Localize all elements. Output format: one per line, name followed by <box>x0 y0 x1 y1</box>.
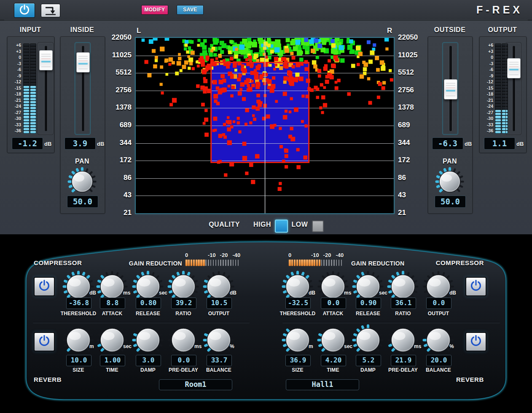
reverb-right-knob-pre-delay[interactable] <box>387 324 419 356</box>
reverb-left-value-damp[interactable]: 3.0 <box>136 355 161 366</box>
reverb-left-value-balance[interactable]: 33.7 <box>207 355 232 366</box>
reverb-left-knob-time[interactable] <box>96 324 128 356</box>
route-button[interactable] <box>41 4 60 17</box>
meter-segment <box>30 44 36 46</box>
reverb-right-knob-damp[interactable] <box>352 324 384 356</box>
meter-segment <box>30 62 36 64</box>
gr-bar <box>193 260 195 266</box>
reverb-left-knob-size[interactable] <box>62 324 94 356</box>
power-button[interactable] <box>14 3 35 18</box>
output-meter-left <box>495 43 501 134</box>
save-button[interactable]: SAVE <box>177 5 204 15</box>
reverb-right-power-button[interactable] <box>465 332 486 351</box>
outside-fader-cap[interactable] <box>444 79 457 99</box>
reverb-left-preset[interactable]: Room1 <box>159 379 232 390</box>
compressor-right-value-release[interactable]: 0.90 <box>356 298 381 309</box>
reverb-right-knob-time[interactable] <box>317 324 349 356</box>
reverb-right-value-damp[interactable]: 5.2 <box>356 355 381 366</box>
meter-segment <box>495 104 501 106</box>
meter-scale-label: -6 <box>480 67 493 72</box>
reverb-left-value-time[interactable]: 1.00 <box>100 355 125 366</box>
reverb-left-value-size[interactable]: 10.0 <box>66 355 91 366</box>
meter-scale-label: -12 <box>480 80 493 84</box>
reverb-right-knob-balance[interactable] <box>422 324 454 356</box>
gr-bar <box>218 260 219 266</box>
knob-label: ATTACK <box>92 311 132 316</box>
meter-segment <box>30 74 36 76</box>
reverb-right-knob-size[interactable] <box>282 324 314 356</box>
gain-reduction-right-label: GAIN REDUCTION <box>351 260 419 267</box>
freq-label-right: 5512 <box>398 68 424 77</box>
knob-label: RATIO <box>383 311 423 316</box>
reverb-left-power-button[interactable] <box>34 332 55 351</box>
meter-segment <box>30 83 36 85</box>
meter-scale-label: -6 <box>8 67 21 72</box>
gr-scale-label: -10 <box>208 252 216 258</box>
compressor-right-value-thereshold[interactable]: -32.5 <box>285 298 311 309</box>
frex-plugin-window: MODIFY SAVE F-REX INPUT +6+30-3-6-9-12-1… <box>0 0 532 413</box>
knob-unit: % <box>230 343 234 349</box>
compressor-left-value-ratio[interactable]: 39.2 <box>171 298 196 309</box>
knob-label: BALANCE <box>199 367 239 373</box>
compressor-right-value-output[interactable]: 0.0 <box>426 298 451 309</box>
outside-pan-value[interactable]: 50.0 <box>435 196 466 208</box>
inside-fader-cap[interactable] <box>76 52 90 72</box>
reverb-right-value-size[interactable]: 36.9 <box>285 355 311 366</box>
knob-unit: ms <box>194 343 202 349</box>
gr-bar <box>191 260 193 266</box>
reverb-right-value-balance[interactable]: 20.0 <box>426 355 451 366</box>
knob-label: PRE-DELAY <box>163 367 204 373</box>
output-meter-scale: +6+30-3-6-9-12-15-18-21-24-27-30-33-36 <box>480 43 493 133</box>
meter-segment <box>24 113 29 115</box>
compressor-right-value-attack[interactable]: 0.0 <box>321 298 346 309</box>
gr-bar <box>210 260 212 266</box>
meter-segment <box>30 128 36 130</box>
outside-pan-knob[interactable] <box>435 167 465 196</box>
output-value[interactable]: 1.1 <box>484 137 515 150</box>
reverb-left-knob-balance[interactable] <box>203 324 235 356</box>
reverb-left-value-pre-delay[interactable]: 0.0 <box>171 355 196 366</box>
knob-unit: m <box>309 343 313 349</box>
input-value[interactable]: -1.2 <box>12 137 43 150</box>
compressor-right-power-button[interactable] <box>465 277 486 296</box>
reverb-left-knob-pre-delay[interactable] <box>167 324 199 356</box>
meter-segment <box>495 131 501 133</box>
meter-scale-label: +3 <box>8 49 21 54</box>
modify-button[interactable]: MODIFY <box>141 5 168 15</box>
compressor-left-value-output[interactable]: 10.5 <box>207 298 232 309</box>
compressor-left-value-thereshold[interactable]: -36.8 <box>66 298 91 309</box>
meter-scale-label: -30 <box>8 116 21 121</box>
compressor-left-value-release[interactable]: 0.80 <box>136 298 161 309</box>
outside-unit: dB <box>465 141 472 147</box>
output-fader-cap[interactable] <box>507 58 521 78</box>
gr-bar <box>215 260 217 266</box>
compressor-left-power-button[interactable] <box>34 277 55 296</box>
input-unit: dB <box>44 141 51 147</box>
reverb-left-knob-damp[interactable] <box>132 324 164 356</box>
meter-segment <box>30 71 36 73</box>
input-fader-cap[interactable] <box>39 50 53 70</box>
compressor-left-value-attack[interactable]: 8.8 <box>100 298 125 309</box>
reverb-right-value-pre-delay[interactable]: 21.9 <box>391 355 416 366</box>
inside-pan-knob[interactable] <box>67 167 97 196</box>
meter-segment <box>495 44 501 46</box>
quality-high-checkbox[interactable] <box>275 220 288 233</box>
inside-value[interactable]: 3.9 <box>64 137 96 150</box>
meter-scale-label: -3 <box>480 62 493 66</box>
meter-segment <box>24 128 29 130</box>
reverb-right-preset[interactable]: Hall1 <box>286 379 359 390</box>
freq-label-left: 344 <box>105 139 132 147</box>
inside-pan-value[interactable]: 50.0 <box>67 196 98 208</box>
meter-segment <box>30 95 36 97</box>
compressor-right-value-ratio[interactable]: 36.1 <box>391 298 416 309</box>
knob-unit: % <box>449 343 454 349</box>
gr-bar <box>203 260 205 266</box>
gain-reduction-left-scale: 0-10-20-40 <box>185 252 240 258</box>
reverb-right-value-time[interactable]: 4.20 <box>321 355 346 366</box>
meter-scale-label: +3 <box>480 49 493 54</box>
spectrogram-display[interactable] <box>135 37 395 214</box>
power-icon <box>15 3 34 16</box>
quality-low-checkbox[interactable] <box>312 220 324 232</box>
knob-unit: dB <box>309 290 315 296</box>
outside-value[interactable]: -6.3 <box>432 137 463 150</box>
